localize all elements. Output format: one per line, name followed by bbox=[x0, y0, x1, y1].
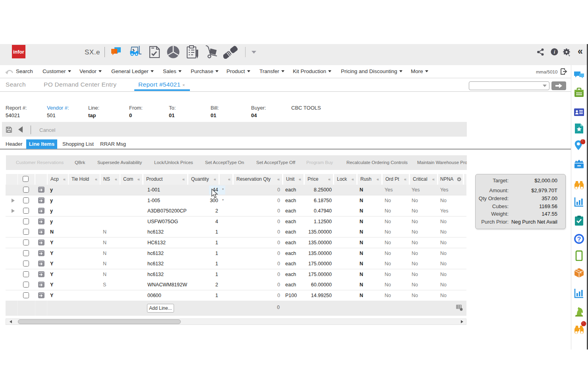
svg-text:i: i bbox=[554, 49, 555, 55]
svg-text:?: ? bbox=[577, 236, 581, 243]
